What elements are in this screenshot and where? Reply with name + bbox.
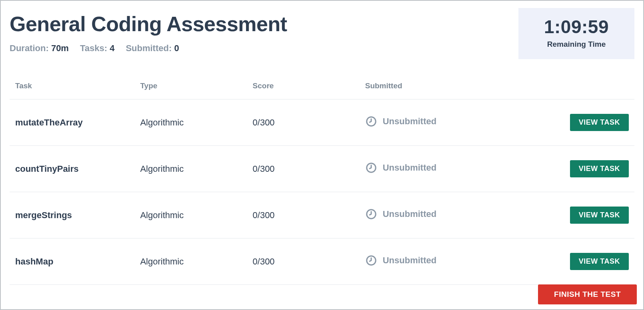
task-type: Algorithmic <box>134 192 247 238</box>
task-name: hashMap <box>10 238 134 285</box>
duration-label: Duration: <box>10 43 49 53</box>
header-left: General Coding Assessment Duration: 70m … <box>10 8 287 54</box>
assessment-page: General Coding Assessment Duration: 70m … <box>0 0 644 310</box>
clock-icon <box>365 115 377 127</box>
submitted-status: Unsubmitted <box>383 209 436 219</box>
task-score: 0/300 <box>247 146 360 192</box>
table-row: mutateTheArrayAlgorithmic0/300Unsubmitte… <box>10 99 634 146</box>
col-header-score: Score <box>247 75 360 99</box>
table-row: mergeStringsAlgorithmic0/300UnsubmittedV… <box>10 192 634 238</box>
table-row: countTinyPairsAlgorithmic0/300Unsubmitte… <box>10 146 634 192</box>
submitted-status: Unsubmitted <box>383 255 436 266</box>
timer-box: 1:09:59 Remaining Time <box>518 8 634 59</box>
task-score: 0/300 <box>247 238 360 285</box>
col-header-task: Task <box>10 75 134 99</box>
task-action-cell: VIEW TASK <box>534 238 634 285</box>
clock-icon <box>365 162 377 174</box>
tasks-value: 4 <box>110 43 114 53</box>
view-task-button[interactable]: VIEW TASK <box>570 160 629 177</box>
page-title: General Coding Assessment <box>10 12 287 36</box>
task-action-cell: VIEW TASK <box>534 146 634 192</box>
finish-test-button[interactable]: FINISH THE TEST <box>538 284 637 304</box>
task-score: 0/300 <box>247 99 360 146</box>
view-task-button[interactable]: VIEW TASK <box>570 253 629 270</box>
view-task-button[interactable]: VIEW TASK <box>570 207 629 224</box>
task-submitted: Unsubmitted <box>360 99 534 146</box>
view-task-button[interactable]: VIEW TASK <box>570 114 629 131</box>
col-header-type: Type <box>134 75 247 99</box>
table-row: hashMapAlgorithmic0/300UnsubmittedVIEW T… <box>10 238 634 285</box>
task-name: countTinyPairs <box>10 146 134 192</box>
task-action-cell: VIEW TASK <box>534 99 634 146</box>
task-name: mutateTheArray <box>10 99 134 146</box>
table-header-row: Task Type Score Submitted <box>10 75 634 99</box>
task-table-wrap: Task Type Score Submitted mutateTheArray… <box>1 59 643 285</box>
duration-value: 70m <box>51 43 69 53</box>
submitted-status: Unsubmitted <box>383 116 436 127</box>
task-type: Algorithmic <box>134 99 247 146</box>
tasks-meta: Tasks: 4 <box>80 43 114 54</box>
timer-time: 1:09:59 <box>538 16 615 38</box>
task-submitted: Unsubmitted <box>360 238 534 285</box>
task-submitted: Unsubmitted <box>360 146 534 192</box>
task-submitted: Unsubmitted <box>360 192 534 238</box>
timer-label: Remaining Time <box>538 40 615 49</box>
col-header-submitted: Submitted <box>360 75 534 99</box>
col-header-action <box>534 75 634 99</box>
task-action-cell: VIEW TASK <box>534 192 634 238</box>
submitted-status: Unsubmitted <box>383 163 436 173</box>
header-row: General Coding Assessment Duration: 70m … <box>1 1 643 59</box>
submitted-label: Submitted: <box>126 43 172 53</box>
task-score: 0/300 <box>247 192 360 238</box>
clock-icon <box>365 208 377 220</box>
submitted-value: 0 <box>174 43 179 53</box>
meta-row: Duration: 70m Tasks: 4 Submitted: 0 <box>10 43 287 54</box>
task-name: mergeStrings <box>10 192 134 238</box>
submitted-meta: Submitted: 0 <box>126 43 179 54</box>
tasks-label: Tasks: <box>80 43 107 53</box>
duration-meta: Duration: 70m <box>10 43 69 54</box>
clock-icon <box>365 254 377 266</box>
task-type: Algorithmic <box>134 146 247 192</box>
task-table: Task Type Score Submitted mutateTheArray… <box>10 75 634 285</box>
task-type: Algorithmic <box>134 238 247 285</box>
